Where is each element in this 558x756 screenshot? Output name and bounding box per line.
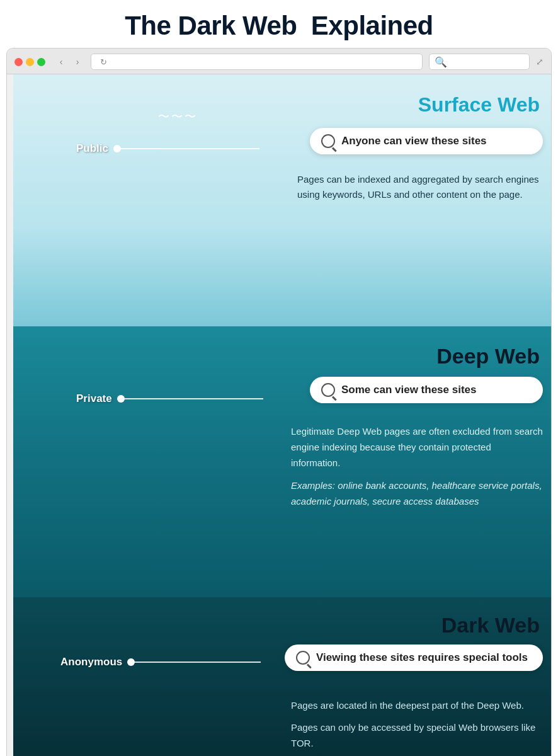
surface-search-icon bbox=[321, 134, 335, 148]
deep-search-box: Some can view these sites bbox=[310, 377, 543, 403]
anonymous-dot bbox=[127, 658, 135, 666]
address-bar[interactable]: ↻ bbox=[91, 54, 423, 70]
expand-icon[interactable]: ⤢ bbox=[536, 57, 544, 67]
anonymous-area-label: Anonymous bbox=[60, 656, 261, 668]
anonymous-connector-line bbox=[135, 662, 261, 663]
surface-web-label: Surface Web bbox=[418, 93, 540, 117]
infographic-container: 〜〜〜 Surface Web Public Anyone can view t… bbox=[13, 74, 552, 756]
browser-search[interactable]: 🔍 bbox=[429, 54, 530, 70]
surface-search-text: Anyone can view these sites bbox=[341, 135, 487, 147]
surface-description: Pages can be indexed and aggregated by s… bbox=[297, 172, 543, 202]
minimize-dot[interactable] bbox=[26, 58, 34, 66]
back-button[interactable]: ‹ bbox=[54, 55, 68, 69]
dark-section: Dark Web Anonymous Viewing these sites r… bbox=[13, 597, 552, 756]
deep-description: Legitimate Deep Web pages are often excl… bbox=[291, 424, 543, 510]
close-dot[interactable] bbox=[14, 58, 23, 66]
anonymous-label-text: Anonymous bbox=[60, 656, 122, 668]
surface-search-box: Anyone can view these sites bbox=[310, 128, 543, 154]
reload-icon[interactable]: ↻ bbox=[100, 57, 107, 67]
window-controls bbox=[14, 58, 45, 66]
private-dot bbox=[117, 395, 125, 403]
dark-search-icon bbox=[296, 651, 310, 665]
page-title: The Dark Web Explained bbox=[0, 0, 558, 48]
search-icon: 🔍 bbox=[435, 56, 447, 68]
public-dot bbox=[113, 145, 121, 152]
forward-button[interactable]: › bbox=[71, 55, 84, 69]
deep-section: Deep Web Private Some can view these sit… bbox=[13, 326, 552, 597]
private-label-text: Private bbox=[76, 392, 112, 405]
deep-web-label: Deep Web bbox=[436, 344, 540, 369]
dark-description: Pages are located in the deepest part of… bbox=[291, 692, 543, 756]
birds-decoration: 〜〜〜 bbox=[158, 109, 198, 124]
browser-toolbar: ‹ › ↻ 🔍 ⤢ bbox=[7, 49, 551, 74]
public-area-label: Public bbox=[76, 142, 259, 155]
browser-window: ‹ › ↻ 🔍 ⤢ bbox=[6, 48, 552, 756]
surface-section: 〜〜〜 Surface Web Public Anyone can view t… bbox=[13, 74, 552, 326]
dark-search-text: Viewing these sites requires special too… bbox=[316, 651, 528, 664]
dark-web-label: Dark Web bbox=[441, 613, 540, 638]
private-area-label: Private bbox=[76, 392, 263, 405]
private-connector-line bbox=[125, 398, 263, 399]
deep-search-text: Some can view these sites bbox=[341, 384, 477, 396]
public-connector-line bbox=[121, 148, 259, 149]
public-label-text: Public bbox=[76, 142, 108, 155]
maximize-dot[interactable] bbox=[37, 58, 45, 66]
deep-search-icon bbox=[321, 383, 335, 397]
dark-search-box: Viewing these sites requires special too… bbox=[285, 644, 543, 671]
nav-buttons: ‹ › bbox=[54, 55, 84, 69]
